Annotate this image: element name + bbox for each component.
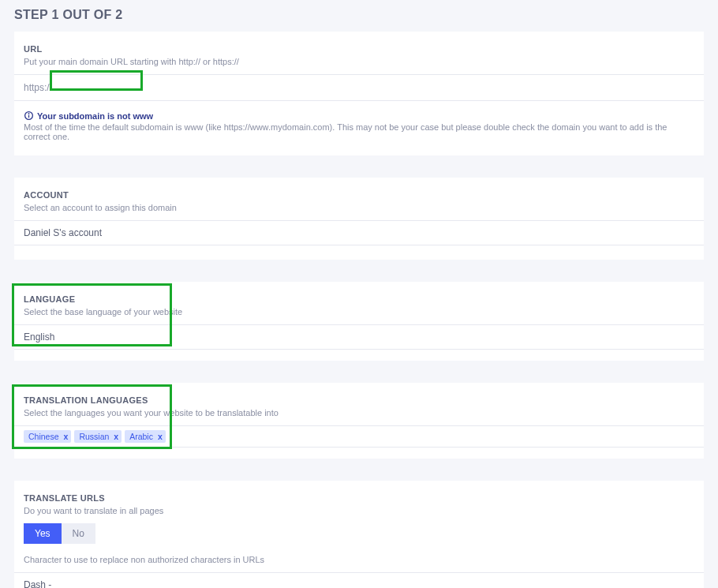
close-icon[interactable]: x bbox=[64, 432, 69, 441]
url-input-row[interactable]: https:// bbox=[14, 74, 704, 101]
page-title: STEP 1 OUT OF 2 bbox=[0, 0, 718, 32]
language-chip-label: Chinese bbox=[28, 432, 59, 441]
url-info-text: Most of the time the default subdomain i… bbox=[14, 121, 704, 141]
translate-urls-section: TRANSLATE URLS Do you want to translate … bbox=[14, 481, 704, 588]
account-section: ACCOUNT Select an account to assign this… bbox=[14, 178, 704, 260]
url-input[interactable] bbox=[54, 81, 694, 94]
url-info-bold: Your subdomain is not www bbox=[37, 111, 153, 121]
translation-section: TRANSLATION LANGUAGES Select the languag… bbox=[14, 383, 704, 459]
translate-urls-no-button[interactable]: No bbox=[62, 523, 95, 544]
url-desc: Put your main domain URL starting with h… bbox=[14, 54, 704, 74]
language-desc: Select the base language of your website bbox=[14, 304, 704, 324]
language-chip-label: Russian bbox=[79, 432, 109, 441]
text-cursor bbox=[170, 431, 171, 442]
translation-label: TRANSLATION LANGUAGES bbox=[14, 395, 704, 405]
language-label: LANGUAGE bbox=[14, 294, 704, 304]
account-select[interactable]: Daniel S's account bbox=[14, 220, 704, 245]
close-icon[interactable]: x bbox=[114, 432, 118, 441]
url-label: URL bbox=[14, 44, 704, 54]
translate-urls-yes-button[interactable]: Yes bbox=[24, 523, 62, 544]
language-section: LANGUAGE Select the base language of you… bbox=[14, 282, 704, 361]
info-icon bbox=[24, 110, 34, 121]
language-chip[interactable]: Russianx bbox=[74, 430, 122, 443]
translate-urls-label: TRANSLATE URLS bbox=[14, 493, 704, 503]
translation-chip-input[interactable]: ChinesexRussianxArabicx bbox=[14, 425, 704, 448]
url-prefix: https:// bbox=[24, 82, 52, 93]
url-char-select[interactable]: Dash - bbox=[14, 572, 704, 588]
url-section: URL Put your main domain URL starting wi… bbox=[14, 32, 704, 155]
account-desc: Select an account to assign this domain bbox=[14, 200, 704, 220]
account-label: ACCOUNT bbox=[14, 190, 704, 200]
language-select[interactable]: English bbox=[14, 324, 704, 350]
close-icon[interactable]: x bbox=[158, 432, 163, 441]
language-chip[interactable]: Arabicx bbox=[125, 430, 166, 443]
svg-point-2 bbox=[28, 114, 29, 114]
translate-urls-desc: Do you want to translate in all pages bbox=[14, 503, 704, 523]
translation-desc: Select the languages you want your websi… bbox=[14, 405, 704, 425]
language-chip[interactable]: Chinesex bbox=[24, 430, 71, 443]
url-char-desc: Character to use to replace non authoriz… bbox=[14, 555, 704, 572]
language-chip-label: Arabic bbox=[129, 432, 153, 441]
